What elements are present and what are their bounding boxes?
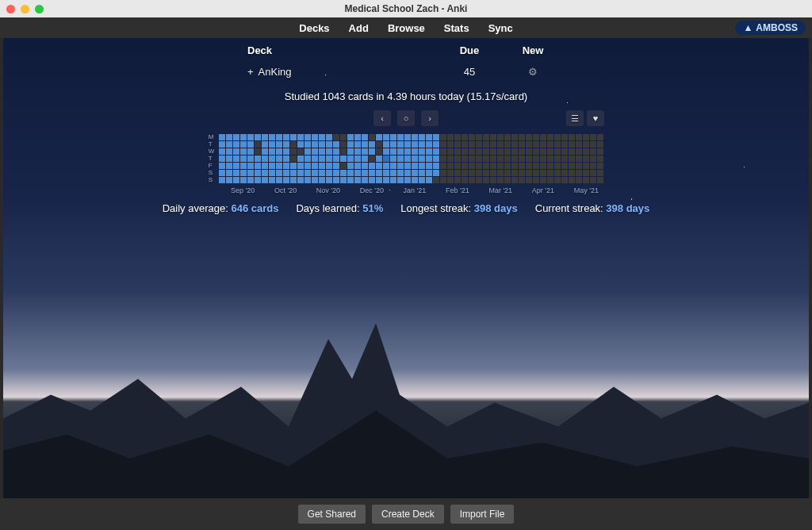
heatmap-cell[interactable]: [219, 141, 225, 148]
heatmap-cell[interactable]: [347, 141, 354, 148]
heatmap-cell[interactable]: [497, 148, 504, 155]
heatmap-cell[interactable]: [454, 177, 461, 183]
heatmap-cell[interactable]: [483, 141, 489, 148]
heatmap-cell[interactable]: [283, 148, 289, 155]
heatmap-cell[interactable]: [426, 163, 432, 169]
heatmap-cell[interactable]: [297, 134, 304, 140]
heatmap-cell[interactable]: [526, 163, 532, 169]
heatmap-cell[interactable]: [340, 170, 347, 176]
heatmap-cell[interactable]: [369, 156, 375, 162]
heatmap-cell[interactable]: [262, 141, 268, 148]
heatmap-cell[interactable]: [447, 156, 454, 162]
heatmap-cell[interactable]: [304, 177, 311, 183]
heatmap-settings-icon[interactable]: ☰: [566, 110, 584, 126]
heatmap-cell[interactable]: [412, 170, 418, 176]
heatmap-cell[interactable]: [440, 163, 446, 169]
menu-add[interactable]: Add: [349, 22, 369, 34]
heatmap-cell[interactable]: [297, 163, 304, 169]
heatmap-cell[interactable]: [497, 163, 504, 169]
heatmap-cell[interactable]: [483, 177, 489, 183]
heatmap-cell[interactable]: [504, 170, 511, 176]
heatmap-cell[interactable]: [304, 163, 311, 169]
heatmap-cell[interactable]: [362, 148, 368, 155]
heatmap-cell[interactable]: [554, 134, 561, 140]
heatmap-cell[interactable]: [490, 163, 496, 169]
heatmap-cell[interactable]: [319, 163, 325, 169]
heatmap-cell[interactable]: [433, 148, 439, 155]
heatmap-cell[interactable]: [354, 134, 361, 140]
heatmap-cell[interactable]: [440, 148, 446, 155]
heatmap-cell[interactable]: [576, 177, 582, 183]
heatmap-cell[interactable]: [583, 134, 589, 140]
heatmap-cell[interactable]: [533, 156, 539, 162]
heatmap-cell[interactable]: [597, 148, 603, 155]
heatmap-cell[interactable]: [326, 141, 332, 148]
heatmap-cell[interactable]: [569, 170, 575, 176]
heatmap-cell[interactable]: [426, 134, 432, 140]
heatmap-cell[interactable]: [269, 134, 275, 140]
heatmap-cell[interactable]: [376, 177, 382, 183]
heatmap-cell[interactable]: [283, 177, 289, 183]
heatmap-cell[interactable]: [219, 148, 225, 155]
heatmap-cell[interactable]: [526, 141, 532, 148]
heatmap-cell[interactable]: [462, 141, 468, 148]
heatmap-cell[interactable]: [319, 148, 325, 155]
heatmap-cell[interactable]: [262, 134, 268, 140]
heatmap-cell[interactable]: [490, 141, 496, 148]
heatmap-cell[interactable]: [362, 163, 368, 169]
heatmap-cell[interactable]: [304, 170, 311, 176]
heatmap-cell[interactable]: [576, 141, 582, 148]
heatmap-cell[interactable]: [569, 156, 575, 162]
heatmap-cell[interactable]: [497, 134, 504, 140]
heatmap-cell[interactable]: [326, 156, 332, 162]
deck-row[interactable]: + AnKing 45 ⚙: [247, 66, 565, 78]
heatmap-cell[interactable]: [233, 163, 239, 169]
heatmap-cell[interactable]: [412, 156, 418, 162]
heatmap-cell[interactable]: [426, 141, 432, 148]
heatmap-cell[interactable]: [419, 177, 425, 183]
heatmap-cell[interactable]: [454, 156, 461, 162]
heatmap-cell[interactable]: [447, 148, 454, 155]
heatmap-cell[interactable]: [483, 156, 489, 162]
heatmap-cell[interactable]: [526, 177, 532, 183]
heatmap-cell[interactable]: [304, 148, 311, 155]
heatmap-cell[interactable]: [340, 163, 347, 169]
menu-sync[interactable]: Sync: [488, 22, 513, 34]
heatmap-cell[interactable]: [383, 156, 389, 162]
heatmap-cell[interactable]: [383, 148, 389, 155]
heatmap-cell[interactable]: [526, 170, 532, 176]
heatmap-cell[interactable]: [262, 177, 268, 183]
heatmap-cell[interactable]: [447, 163, 454, 169]
heatmap-cell[interactable]: [240, 134, 247, 140]
heatmap-cell[interactable]: [326, 163, 332, 169]
heatmap-cell[interactable]: [519, 170, 525, 176]
heatmap-cell[interactable]: [354, 148, 361, 155]
heatmap-cell[interactable]: [240, 177, 247, 183]
heatmap-cell[interactable]: [547, 170, 553, 176]
heatmap-cell[interactable]: [369, 177, 375, 183]
heatmap-cell[interactable]: [469, 141, 475, 148]
heatmap-cell[interactable]: [554, 170, 561, 176]
heatmap-cell[interactable]: [290, 170, 297, 176]
heatmap-cell[interactable]: [476, 177, 482, 183]
heatmap-cell[interactable]: [440, 170, 446, 176]
heatmap-cell[interactable]: [554, 163, 561, 169]
heatmap-cell[interactable]: [476, 163, 482, 169]
heatmap-cell[interactable]: [540, 156, 546, 162]
heatmap-cell[interactable]: [397, 177, 404, 183]
heatmap-cell[interactable]: [447, 141, 454, 148]
heatmap-cell[interactable]: [297, 177, 304, 183]
heatmap-cell[interactable]: [397, 170, 404, 176]
heatmap-cell[interactable]: [504, 141, 511, 148]
heatmap-cell[interactable]: [447, 170, 454, 176]
heatmap-cell[interactable]: [369, 163, 375, 169]
heatmap-cell[interactable]: [433, 163, 439, 169]
heatmap-cell[interactable]: [547, 156, 553, 162]
heatmap-cell[interactable]: [490, 134, 496, 140]
heatmap-cell[interactable]: [390, 134, 396, 140]
heatmap-cell[interactable]: [561, 141, 568, 148]
heatmap-cell[interactable]: [404, 170, 411, 176]
heatmap-cell[interactable]: [354, 141, 361, 148]
heatmap-cell[interactable]: [469, 134, 475, 140]
heatmap-cell[interactable]: [369, 148, 375, 155]
